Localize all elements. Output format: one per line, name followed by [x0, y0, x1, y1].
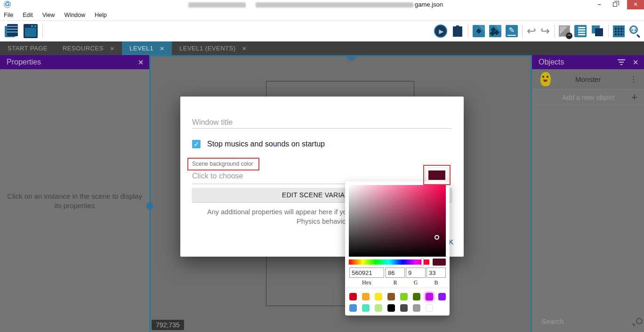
toolbar-separator [468, 24, 468, 38]
minimize-button[interactable]: – [592, 0, 606, 9]
grid-icon[interactable] [613, 25, 625, 37]
toolbar-separator [554, 24, 555, 38]
cursor-coordinates-badge: 792;735 [152, 320, 184, 330]
preset-swatch[interactable] [387, 293, 395, 300]
toolbar-separator [42, 24, 43, 38]
tab-label: START PAGE [8, 45, 48, 52]
tab-level1-events[interactable]: LEVEL1 (EVENTS)× [172, 41, 254, 55]
picker-divider [345, 288, 450, 288]
color-field-value[interactable]: Click to choose [192, 172, 243, 180]
close-window-button[interactable]: × [627, 0, 644, 9]
preset-swatch[interactable] [426, 304, 433, 312]
objects-panel-header: Objects × [532, 55, 644, 69]
tab-resources[interactable]: RESOURCES× [55, 41, 122, 55]
stop-sounds-checkbox[interactable]: ✓ [192, 140, 201, 148]
add-instance-icon[interactable] [473, 25, 485, 37]
menu-file[interactable]: File [0, 9, 18, 21]
red-input[interactable] [386, 267, 405, 278]
monster-thumbnail-icon [540, 72, 551, 86]
object-row-monster[interactable]: Monster ⋮ [532, 69, 644, 89]
object-menu-icon[interactable]: ⋮ [629, 74, 637, 84]
stop-sounds-row: ✓ Stop musics and sounds on startup [192, 140, 325, 148]
restore-icon [613, 2, 617, 7]
window-title: game.json [415, 1, 443, 8]
redacted-title-segment [256, 2, 413, 8]
restore-button[interactable] [608, 0, 622, 9]
tab-label: RESOURCES [63, 45, 104, 52]
preset-swatch[interactable] [375, 293, 382, 300]
preset-swatch[interactable] [413, 293, 420, 300]
current-color-swatch [433, 259, 446, 266]
helper-text-line1: Any additional properties will appear he… [207, 208, 347, 216]
add-object-row[interactable]: Add a new object + [532, 90, 644, 105]
objects-panel: Monster ⋮ Add a new object + [532, 69, 644, 332]
preset-swatch[interactable] [413, 304, 420, 312]
object-name: Monster [575, 75, 629, 83]
menu-bar: File Edit View Window Help [0, 9, 644, 21]
menu-window[interactable]: Window [60, 9, 90, 21]
filter-icon[interactable] [618, 59, 625, 65]
start-page-icon[interactable] [24, 24, 38, 38]
menu-help[interactable]: Help [90, 9, 112, 21]
close-properties-icon[interactable]: × [138, 57, 144, 68]
tab-level1[interactable]: LEVEL1× [122, 41, 172, 55]
tab-label: LEVEL1 (EVENTS) [179, 45, 236, 52]
helper-text-line2: Physics behavio [297, 218, 346, 225]
toolbar-separator [522, 24, 523, 38]
play-icon[interactable]: ▶ [434, 24, 447, 38]
preset-swatch[interactable] [349, 293, 357, 300]
preset-swatch-selected[interactable] [426, 293, 433, 300]
saturation-cursor[interactable] [435, 235, 439, 240]
preset-swatch[interactable] [362, 293, 370, 300]
redacted-title-segment [188, 2, 246, 8]
hue-slider-handle[interactable] [421, 259, 424, 266]
menu-view[interactable]: View [38, 9, 60, 21]
preset-swatch[interactable] [375, 304, 382, 312]
mask-icon[interactable] [559, 25, 570, 37]
add-object-icon[interactable]: + [631, 91, 637, 104]
close-tab-icon[interactable]: × [110, 44, 114, 52]
preset-swatch[interactable] [349, 304, 357, 312]
objects-panel-title: Objects [539, 58, 618, 66]
redo-icon[interactable]: ↪ [540, 25, 550, 37]
toolbar-separator [608, 24, 609, 38]
undo-icon[interactable]: ↩ [527, 25, 536, 37]
window-title-field[interactable] [192, 116, 452, 129]
properties-panel: Click on an instance in the scene to dis… [0, 69, 149, 332]
menu-edit[interactable]: Edit [18, 9, 38, 21]
tab-start-page[interactable]: START PAGE [0, 41, 55, 55]
hue-slider[interactable] [349, 259, 429, 265]
preset-swatch[interactable] [362, 304, 370, 312]
left-panel-divider[interactable] [149, 55, 151, 332]
preset-swatch[interactable] [438, 293, 446, 300]
close-tab-icon[interactable]: × [242, 44, 247, 52]
project-manager-icon[interactable] [5, 24, 19, 38]
saturation-area[interactable] [349, 185, 446, 257]
preset-swatch[interactable] [400, 304, 408, 312]
objects-search-input[interactable] [541, 317, 635, 325]
hex-label: Hex [349, 279, 384, 286]
close-objects-icon[interactable]: × [633, 57, 638, 68]
edit-scene-icon[interactable]: ✎ [506, 25, 518, 37]
properties-empty-message: Click on an instance in the scene to dis… [0, 192, 149, 211]
add-object-label: Add a new object [532, 94, 631, 101]
red-label: R [386, 279, 405, 286]
annotation-scene-background-label [187, 158, 259, 170]
green-input[interactable] [406, 267, 426, 278]
objects-editor-icon[interactable] [489, 25, 501, 37]
properties-panel-title: Properties [7, 58, 138, 66]
zoom-icon[interactable]: 1:1 [629, 25, 641, 37]
blue-input[interactable] [427, 267, 446, 278]
instances-list-icon[interactable] [574, 25, 587, 37]
tab-label: LEVEL1 [129, 45, 153, 52]
preset-swatch[interactable] [387, 304, 395, 312]
left-panel-resize-handle[interactable] [146, 202, 153, 210]
close-tab-icon[interactable]: × [160, 44, 164, 52]
canvas-top-divider[interactable] [151, 55, 531, 57]
hex-input[interactable] [349, 267, 384, 278]
color-picker-popup: Hex R G B [345, 181, 450, 316]
layers-icon[interactable] [591, 24, 604, 38]
debug-icon[interactable] [451, 25, 464, 37]
preset-swatch[interactable] [400, 293, 408, 300]
title-bar: G game.json – × [0, 0, 644, 9]
